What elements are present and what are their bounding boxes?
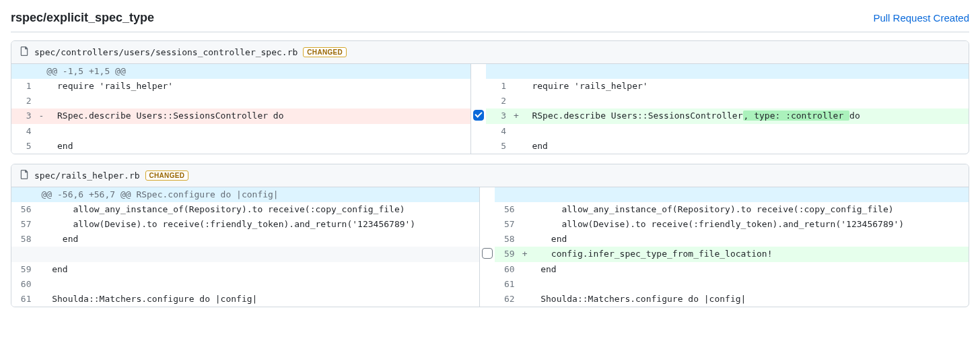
new-line-number: 1 [486, 79, 513, 94]
file-icon [20, 170, 29, 181]
select-change-cell [480, 202, 495, 217]
select-change-cell [480, 277, 495, 292]
new-line-number: 4 [486, 124, 513, 139]
new-code [519, 64, 969, 79]
diff-sign [522, 292, 527, 307]
old-line-number: 58 [11, 232, 38, 247]
diff-sign: + [522, 247, 527, 262]
select-change-cell [480, 262, 495, 277]
diff-row: 59 end60 end [11, 262, 969, 277]
diff-table: @@ -56,6 +56,7 @@ RSpec.configure do |co… [11, 187, 969, 307]
old-code: allow(Devise).to receive(:friendly_token… [39, 217, 480, 232]
file-icon [20, 46, 29, 58]
diff-row: @@ -56,6 +56,7 @@ RSpec.configure do |co… [11, 187, 969, 202]
diff-row: 22 [11, 94, 969, 108]
file-diff-block: spec/controllers/users/sessions_controll… [11, 40, 969, 154]
diff-sign [513, 79, 518, 94]
diff-row: 56 allow_any_instance_of(Repository).to … [11, 202, 969, 217]
diff-sign [522, 202, 527, 217]
diff-row: 58 end58 end [11, 232, 969, 247]
old-line-number: 2 [11, 94, 38, 108]
diff-row: 6061 [11, 277, 969, 292]
new-code [528, 187, 969, 202]
file-path: spec/rails_helper.rb [34, 170, 140, 181]
new-code [519, 94, 969, 108]
select-change-cell [471, 79, 487, 94]
select-change-cell [471, 94, 487, 108]
select-change-cell [480, 247, 495, 262]
diff-sign [38, 94, 44, 108]
page-header: rspec/explicit_spec_type Pull Request Cr… [11, 11, 969, 32]
old-code: end [39, 262, 480, 277]
file-header: spec/rails_helper.rbCHANGED [11, 164, 969, 187]
new-code [519, 124, 969, 139]
select-change-checkbox[interactable] [482, 248, 493, 259]
new-code: allow(Devise).to receive(:friendly_token… [528, 217, 969, 232]
old-code: RSpec.describe Users::SessionsController… [44, 108, 471, 124]
diff-sign [522, 277, 527, 292]
old-line-number: 1 [11, 79, 38, 94]
new-line-number: 3 [486, 108, 513, 124]
new-code: config.infer_spec_type_from_file_locatio… [528, 247, 969, 262]
file-path: spec/controllers/users/sessions_controll… [34, 47, 298, 57]
diff-sign [38, 139, 44, 154]
new-code: Shoulda::Matchers.configure do |config| [528, 292, 969, 307]
old-line-number: 60 [11, 277, 38, 292]
old-line-number: 59 [11, 262, 38, 277]
pull-request-link[interactable]: Pull Request Created [873, 12, 969, 24]
new-line-number: 59 [495, 247, 522, 262]
diff-sign [513, 124, 518, 139]
old-code [39, 247, 480, 262]
select-change-cell [471, 139, 487, 154]
old-line-number [11, 247, 38, 262]
select-change-cell [480, 187, 495, 202]
diff-row: 44 [11, 124, 969, 139]
diff-sign [522, 217, 527, 232]
old-line-number: 4 [11, 124, 38, 139]
old-code: Shoulda::Matchers.configure do |config| [39, 292, 480, 307]
diff-sign [513, 94, 518, 108]
select-change-cell [480, 292, 495, 307]
diff-sign [522, 262, 527, 277]
new-line-number: 60 [495, 262, 522, 277]
diff-table: @@ -1,5 +1,5 @@1 require 'rails_helper'1… [11, 64, 969, 154]
diff-sign [522, 232, 527, 247]
page-title: rspec/explicit_spec_type [11, 11, 154, 25]
select-change-cell [471, 64, 487, 79]
diff-sign [522, 187, 527, 202]
old-code [44, 124, 471, 139]
old-code: allow_any_instance_of(Repository).to rec… [39, 202, 480, 217]
select-change-cell [471, 108, 487, 124]
old-code: end [39, 232, 480, 247]
old-line-number: 61 [11, 292, 38, 307]
new-code: RSpec.describe Users::SessionsController… [519, 108, 969, 124]
new-code: require 'rails_helper' [519, 79, 969, 94]
new-code [528, 277, 969, 292]
diff-row: 59+ config.infer_spec_type_from_file_loc… [11, 247, 969, 262]
new-line-number: 62 [495, 292, 522, 307]
select-change-cell [480, 232, 495, 247]
diff-sign [38, 124, 44, 139]
diff-sign [513, 139, 518, 154]
old-code: end [44, 139, 471, 154]
diff-sign [513, 64, 518, 79]
new-code: end [519, 139, 969, 154]
new-code: end [528, 232, 969, 247]
old-code: @@ -56,6 +56,7 @@ RSpec.configure do |co… [39, 187, 480, 202]
old-line-number: 5 [11, 139, 38, 154]
old-line-number: 3 [11, 108, 38, 124]
old-line-number [11, 187, 38, 202]
changed-badge: CHANGED [303, 47, 347, 57]
diff-row: 3- RSpec.describe Users::SessionsControl… [11, 108, 969, 124]
diff-row: 57 allow(Devise).to receive(:friendly_to… [11, 217, 969, 232]
select-change-checkbox[interactable] [473, 110, 484, 121]
diff-row: 61 Shoulda::Matchers.configure do |confi… [11, 292, 969, 307]
old-line-number: 57 [11, 217, 38, 232]
new-line-number: 2 [486, 94, 513, 108]
new-line-number: 58 [495, 232, 522, 247]
new-line-number: 5 [486, 139, 513, 154]
select-change-cell [480, 217, 495, 232]
select-change-cell [471, 124, 487, 139]
new-line-number: 61 [495, 277, 522, 292]
file-diff-block: spec/rails_helper.rbCHANGED@@ -56,6 +56,… [11, 164, 969, 307]
